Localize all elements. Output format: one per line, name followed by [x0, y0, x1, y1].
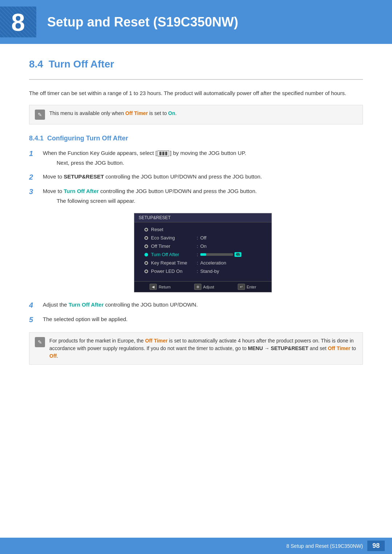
label-reset: Reset — [151, 227, 195, 232]
menu-row-key-repeat: Key Repeat Time : Acceleration — [134, 259, 271, 267]
note2-setupreset: SETUP&RESET — [271, 345, 308, 351]
bullet-turn-off-after — [144, 253, 148, 257]
section-title: Turn Off After — [49, 58, 114, 70]
menu-row-power-led: Power LED On : Stand-by — [134, 267, 271, 275]
footer-btn-enter: ↵ Enter — [238, 284, 256, 290]
value-key-repeat: Acceleration — [200, 260, 226, 266]
label-off-timer: Off Timer — [151, 243, 195, 249]
enter-label: Enter — [247, 285, 256, 289]
note1-text3: . — [175, 110, 177, 116]
adjust-label: Adjust — [203, 285, 215, 289]
step2-bold: SETUP&RESET — [64, 173, 104, 180]
note-box-1: This menu is available only when Off Tim… — [29, 105, 363, 124]
note-text-2: For products for the market in Europe, t… — [49, 337, 357, 360]
menu-row-off-timer: Off Timer : On — [134, 242, 271, 250]
page-header: 8 Setup and Reset (S19C350NW) — [0, 0, 392, 44]
label-eco: Eco Saving — [151, 235, 195, 241]
step-2: 2 Move to SETUP&RESET controlling the JO… — [29, 172, 363, 182]
value-off-timer: On — [200, 243, 207, 249]
note-box-2: For products for the market in Europe, t… — [29, 332, 363, 365]
note1-prefix: This menu is available only when — [49, 110, 125, 116]
progress-fill — [200, 253, 206, 256]
step4-cyan: Turn Off After — [69, 301, 104, 308]
step-text-1: When the Function Key Guide appears, sel… — [43, 149, 363, 167]
bullet-off-timer — [144, 245, 148, 248]
step-text-3: Move to Turn Off After controlling the J… — [43, 187, 363, 205]
return-label: Return — [159, 285, 171, 289]
adjust-icon: ⊕ — [194, 284, 201, 290]
intro-text: The off timer can be set within a range … — [29, 89, 363, 98]
step-num-4: 4 — [29, 300, 40, 310]
step-3-sub: The following screen will appear. — [57, 197, 363, 205]
note-icon-1 — [35, 110, 45, 120]
page-footer: 8 Setup and Reset (S19C350NW) 98 — [0, 538, 392, 554]
step-text-2: Move to SETUP&RESET controlling the JOG … — [43, 172, 363, 181]
progress-label: 4h — [234, 252, 242, 257]
menu-screenshot: SETUP&RESET Reset Eco Saving : Off Of — [134, 213, 272, 292]
value-turn-off-after: 4h — [200, 252, 242, 257]
section-number: 8.4 — [29, 58, 43, 70]
progress-track — [200, 253, 233, 256]
step-num-1: 1 — [29, 149, 40, 158]
footer-text: 8 Setup and Reset (S19C350NW) — [286, 543, 363, 549]
menu-row-turn-off-after: Turn Off After : 4h — [134, 250, 271, 259]
screenshot-footer: ◀ Return ⊕ Adjust ↵ Enter — [134, 281, 271, 292]
step-num-2: 2 — [29, 172, 40, 182]
subsection-number: 8.4.1 — [29, 135, 44, 142]
footer-btn-adjust: ⊕ Adjust — [194, 284, 215, 290]
footer-btn-return: ◀ Return — [150, 284, 171, 290]
note2-menu: MENU — [248, 345, 263, 351]
chapter-number-box: 8 — [0, 7, 36, 37]
bullet-power-led — [144, 270, 148, 273]
footer-page-num: 98 — [367, 541, 385, 551]
label-turn-off-after: Turn Off After — [151, 252, 195, 257]
note-icon-2 — [35, 337, 45, 347]
step-1: 1 When the Function Key Guide appears, s… — [29, 149, 363, 167]
chapter-title: Setup and Reset (S19C350NW) — [47, 15, 238, 30]
menu-row-reset: Reset — [134, 225, 271, 234]
steps-list-2: 4 Adjust the Turn Off After controlling … — [29, 300, 363, 324]
subsection-title: Configuring Turn Off After — [47, 135, 128, 142]
step-1-sub: Next, press the JOG button. — [57, 159, 363, 167]
label-power-led: Power LED On — [151, 268, 195, 274]
bullet-eco — [144, 236, 148, 240]
main-content: 8.4 Turn Off After The off timer can be … — [0, 58, 392, 404]
bullet-key-repeat — [144, 261, 148, 265]
step-text-5: The selected option will be applied. — [43, 315, 363, 323]
note1-text2: is set to — [148, 110, 168, 116]
screenshot-body: Reset Eco Saving : Off Off Timer : On — [134, 222, 271, 281]
jog-icon — [158, 151, 169, 156]
note-text-1: This menu is available only when Off Tim… — [49, 110, 177, 117]
note1-bold1: Off Timer — [125, 110, 148, 116]
step3-cyan: Turn Off After — [64, 188, 99, 194]
note1-bold2: On — [168, 110, 175, 116]
step-num-3: 3 — [29, 187, 40, 196]
note2-offtimer: Off Timer — [145, 338, 168, 344]
screenshot-title: SETUP&RESET — [134, 213, 271, 222]
step-4: 4 Adjust the Turn Off After controlling … — [29, 300, 363, 310]
screenshot-container: SETUP&RESET Reset Eco Saving : Off Of — [43, 213, 363, 292]
steps-list: 1 When the Function Key Guide appears, s… — [29, 149, 363, 205]
section-divider — [29, 79, 363, 80]
subsection-heading: 8.4.1 Configuring Turn Off After — [29, 135, 363, 142]
section-heading: 8.4 Turn Off After — [29, 58, 363, 70]
enter-icon: ↵ — [238, 284, 245, 290]
bullet-reset — [144, 228, 148, 231]
note2-off: Off — [49, 353, 57, 359]
step-3: 3 Move to Turn Off After controlling the… — [29, 187, 363, 205]
chapter-number: 8 — [11, 10, 25, 34]
value-eco: Off — [200, 235, 207, 241]
step-5: 5 The selected option will be applied. — [29, 315, 363, 324]
step-num-5: 5 — [29, 315, 40, 324]
return-icon: ◀ — [150, 284, 157, 290]
step-text-4: Adjust the Turn Off After controlling th… — [43, 300, 363, 309]
label-key-repeat: Key Repeat Time — [151, 260, 195, 266]
note2-offtimer2: Off Timer — [328, 345, 350, 351]
menu-row-eco: Eco Saving : Off — [134, 234, 271, 242]
value-power-led: Stand-by — [200, 268, 219, 274]
